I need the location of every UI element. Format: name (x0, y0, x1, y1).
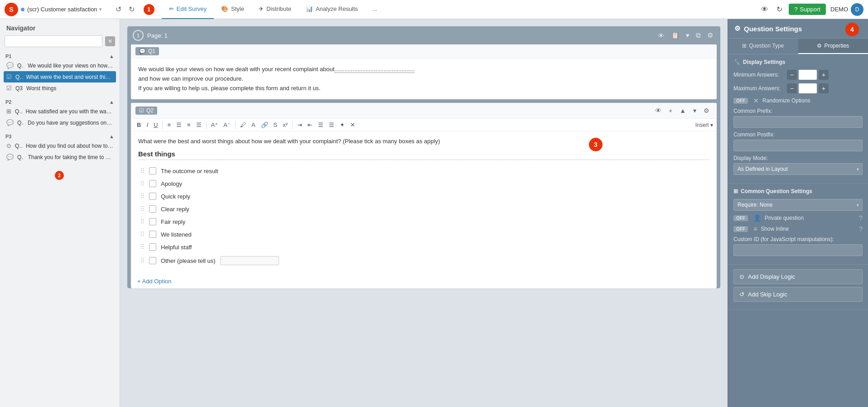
add-option-button[interactable]: + Add Option (131, 274, 717, 288)
randomize-label: Randomize Options (762, 97, 863, 104)
indent-button[interactable]: ⇥ (295, 121, 304, 129)
tab-analyze[interactable]: 📊 Analyze Results (299, 0, 365, 19)
justify-button[interactable]: ☰ (194, 121, 204, 129)
survey-title[interactable]: (scr) Customer satisfaction ▾ (27, 6, 102, 13)
step-badge-1: 1 (144, 4, 154, 15)
custom-id-input[interactable] (733, 244, 863, 256)
properties-icon: ⚙ (817, 43, 822, 49)
checkbox-2[interactable] (149, 193, 156, 200)
insert-button[interactable]: Insert ▾ (695, 122, 713, 128)
support-icon: ? (794, 6, 797, 13)
more-fmt-button[interactable]: ✦ (338, 121, 347, 129)
inline-help-icon[interactable]: ? (859, 225, 863, 233)
sidebar-item-q2[interactable]: ☑ Q2 What were the best and worst thing.… (4, 71, 116, 82)
q2-expand-button[interactable]: ▾ (690, 106, 699, 116)
min-answers-inc[interactable]: + (819, 70, 829, 80)
tab-style[interactable]: 🎨 Style (214, 0, 251, 19)
sidebar-item-q6[interactable]: ⊙ Q6 How did you find out about how to .… (4, 140, 116, 151)
min-answers-input[interactable] (799, 70, 817, 80)
add-display-logic-button[interactable]: ⊙ Add Display Logic (733, 269, 863, 284)
link-button[interactable]: 🔗 (259, 121, 270, 129)
checkbox-0[interactable] (149, 167, 156, 174)
tab-distribute[interactable]: ✈ Distribute (251, 0, 299, 19)
align-center-button[interactable]: ☰ (174, 121, 184, 129)
sidebar-item-q4[interactable]: ⊞ Q4 How satisfied are you with the way … (4, 106, 116, 117)
max-answers-input[interactable] (799, 83, 817, 93)
add-skip-logic-button[interactable]: ↺ Add Skip Logic (733, 287, 863, 302)
checkbox-1[interactable] (149, 180, 156, 187)
private-help-icon[interactable]: ? (859, 214, 863, 222)
max-answers-inc[interactable]: + (819, 83, 829, 93)
font-color-button[interactable]: A (249, 121, 258, 129)
option-row-1: ⠿ Apology (138, 177, 709, 190)
page-settings-button[interactable]: ⚙ (705, 30, 715, 40)
italic-button[interactable]: I (144, 121, 150, 129)
option-input-7[interactable] (220, 256, 279, 265)
drag-handle-2[interactable]: ⠿ (140, 193, 145, 200)
tab-edit-survey[interactable]: ✏ Edit Survey (162, 0, 214, 19)
bold-button[interactable]: B (135, 121, 143, 129)
tab-more[interactable]: ... (365, 0, 385, 19)
search-clear-button[interactable]: ✕ (105, 36, 115, 46)
q5-icon: 💬 (6, 119, 14, 126)
page-label-p1: P1 ▲ (4, 52, 116, 60)
underline-button[interactable]: U (151, 121, 160, 129)
page-preview-button[interactable]: 👁 (656, 30, 666, 40)
page-copy-button[interactable]: 📋 (669, 30, 681, 40)
align-right-button[interactable]: ≡ (185, 121, 193, 129)
redo-button[interactable]: ↻ (126, 4, 137, 15)
outdent-button[interactable]: ⇤ (305, 121, 315, 129)
formula-button[interactable]: x² (280, 121, 290, 129)
drag-handle-6[interactable]: ⠿ (140, 243, 145, 251)
drag-handle-7[interactable]: ⠿ (140, 257, 145, 264)
checkbox-4[interactable] (149, 218, 156, 225)
user-menu[interactable]: DEMO D (830, 3, 863, 16)
align-left-button[interactable]: ≡ (165, 121, 173, 129)
display-mode-select[interactable]: As Defined in Layout (733, 163, 863, 175)
q2-add-button[interactable]: + (666, 106, 675, 116)
settings-icon: ⚙ (734, 24, 740, 33)
superscript-button[interactable]: A⁺ (209, 121, 221, 129)
rp-tab-properties[interactable]: ⚙ Properties (798, 39, 868, 54)
preview-button[interactable]: 👁 (759, 4, 770, 15)
option-text-3: Clear reply (161, 206, 189, 213)
common-postfix-input[interactable] (733, 140, 863, 151)
drag-handle-3[interactable]: ⠿ (140, 205, 145, 213)
refresh-button[interactable]: ↻ (775, 3, 784, 15)
drag-handle-5[interactable]: ⠿ (140, 231, 145, 238)
q2-preview-button[interactable]: 👁 (652, 106, 664, 116)
support-button[interactable]: ? Support (789, 4, 826, 15)
strikethrough-button[interactable]: S (271, 121, 280, 129)
drag-handle-0[interactable]: ⠿ (140, 167, 145, 174)
q2-settings-button[interactable]: ⚙ (701, 106, 712, 116)
common-prefix-input[interactable] (733, 116, 863, 128)
drag-handle-4[interactable]: ⠿ (140, 218, 145, 225)
drag-handle-1[interactable]: ⠿ (140, 180, 145, 187)
search-input[interactable] (5, 35, 102, 47)
page-duplicate-button[interactable]: ⧉ (694, 30, 703, 40)
subscript-button[interactable]: A⁻ (221, 121, 233, 129)
remove-fmt-button[interactable]: ✕ (348, 121, 357, 129)
undo-button[interactable]: ↺ (113, 4, 124, 15)
sidebar-item-q3[interactable]: ☑ Q3 Worst things (4, 82, 116, 94)
require-select[interactable]: Require: None (733, 199, 863, 211)
checkbox-3[interactable] (149, 205, 156, 213)
sidebar-item-q7[interactable]: 💬 Q7 Thank you for taking the time to gi… (4, 151, 116, 163)
q2-up-button[interactable]: ▲ (677, 106, 689, 116)
list-button[interactable]: ☰ (316, 121, 326, 129)
checkbox-5[interactable] (149, 231, 156, 238)
checkbox-7[interactable] (149, 257, 156, 264)
num-list-button[interactable]: ☰ (327, 121, 337, 129)
private-toggle-state: OFF (733, 215, 748, 221)
right-panel: ⚙ Question Settings 4 ⊞ Question Type ⚙ … (728, 19, 868, 407)
page-circle-1: 1 (133, 30, 144, 41)
page-collapse-button[interactable]: ▾ (684, 30, 691, 40)
min-answers-dec[interactable]: − (787, 70, 797, 80)
highlight-button[interactable]: 🖊 (238, 121, 248, 129)
checkbox-6[interactable] (149, 243, 156, 251)
sidebar-item-q1[interactable]: 💬 Q1 We would like your views on how w..… (4, 60, 116, 71)
sidebar-item-q5[interactable]: 💬 Q5 Do you have any suggestions on ho..… (4, 117, 116, 128)
max-answers-dec[interactable]: − (787, 83, 797, 93)
rp-tab-type[interactable]: ⊞ Question Type (728, 39, 798, 54)
toolbar-separator-4 (292, 121, 293, 129)
